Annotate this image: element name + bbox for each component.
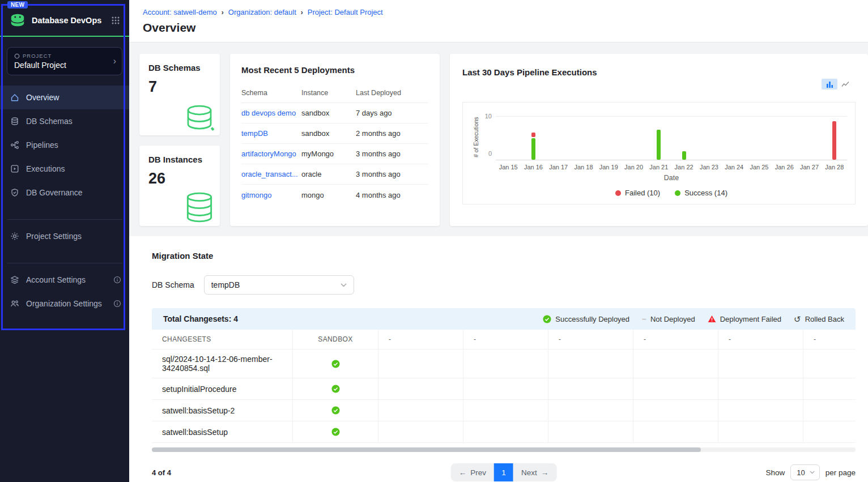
recent-deployments-card: Most Recent 5 Deployments Schema Instanc… (230, 54, 440, 226)
chart-x-tick-label: Jan 26 (772, 164, 797, 170)
sidebar-item-executions[interactable]: Executions (0, 157, 129, 181)
chart-y-axis-title: # of Executions (471, 116, 480, 160)
chart-x-tick-label: Jan 24 (722, 164, 747, 170)
empty-status-cell (378, 378, 463, 400)
card-title: Last 30 Days Pipeline Executions (462, 67, 856, 77)
total-changesets: Total Changesets: 4 (163, 314, 238, 323)
prev-page-button[interactable]: ← Prev (451, 463, 494, 481)
page-number-button[interactable]: 1 (494, 463, 513, 481)
deployment-schema-link[interactable]: oracle_transact... (241, 170, 301, 178)
success-bar-segment (531, 138, 535, 160)
card-title: DB Instances (148, 155, 211, 164)
deployment-row: db devops demosandbox7 days ago (241, 103, 428, 123)
apps-grid-icon[interactable] (111, 16, 120, 25)
chart-bar-slot (546, 117, 571, 160)
project-selector[interactable]: PROJECT Default Project › (7, 47, 122, 75)
sidebar-item-overview[interactable]: Overview (0, 86, 129, 109)
empty-status-cell (718, 349, 803, 378)
chevron-right-icon: › (113, 56, 116, 66)
chart-bar-slot (722, 117, 747, 160)
chart-bar-slot (621, 117, 646, 160)
project-icon (14, 53, 20, 59)
empty-status-cell (718, 400, 803, 421)
deployments-rows: db devops demosandbox7 days agotempDBsan… (241, 103, 428, 205)
column-header: Schema (241, 89, 301, 97)
migration-table: ChangesetsSandbox------ sql/2024-10-14-1… (152, 330, 856, 443)
database-stack-icon (181, 190, 218, 225)
sidebar-item-pipelines[interactable]: Pipelines (0, 133, 129, 157)
status-legend-label: Successfully Deployed (555, 315, 629, 323)
bar-chart-toggle-icon[interactable] (822, 79, 837, 89)
breadcrumb-account-link[interactable]: Account: satwell-demo (143, 8, 217, 16)
sidebar-item-label: Overview (26, 93, 59, 102)
deployments-table: Schema Instance Last Deployed db devops … (241, 83, 428, 205)
line-chart-toggle-icon[interactable] (837, 79, 853, 89)
chevron-down-icon (341, 283, 347, 287)
empty-status-cell (718, 378, 803, 400)
chevron-down-icon (810, 471, 815, 474)
db-schema-select[interactable]: tempDB (204, 275, 354, 295)
next-page-button[interactable]: Next → (513, 463, 556, 481)
status-legend-item: Deployment Failed (708, 315, 781, 323)
deployment-schema-link[interactable]: db devops demo (241, 109, 301, 117)
chart-legend-item: Success (14) (675, 189, 727, 197)
chart-bar-stack (832, 117, 836, 160)
breadcrumb-organization-link[interactable]: Organization: default (228, 8, 296, 16)
db-instances-count: 26 (148, 170, 211, 187)
page-header: Account: satwell-demo › Organization: de… (129, 0, 868, 42)
empty-status-cell (803, 400, 856, 421)
chart-x-tick-label: Jan 28 (822, 164, 847, 170)
sidebar-item-project-settings[interactable]: Project Settings (0, 224, 129, 248)
chart-bar-slot (671, 117, 696, 160)
pipelines-icon (10, 140, 19, 150)
empty-status-cell (548, 378, 633, 400)
changeset-name: satwell:basisSetup-2 (152, 400, 293, 421)
info-icon[interactable] (113, 300, 121, 308)
chart-legend-label: Failed (10) (625, 189, 660, 197)
migration-column-header: Changesets (152, 330, 293, 349)
sidebar-item-organization-settings[interactable]: Organization Settings (0, 292, 129, 315)
sidebar-item-label: Pipelines (26, 140, 58, 150)
db-schemas-icon (10, 117, 19, 126)
chart-bar-stack (632, 117, 636, 160)
people-icon (10, 299, 19, 308)
breadcrumb-project-link[interactable]: Project: Default Project (308, 8, 383, 16)
per-page-select[interactable]: 10 (790, 464, 819, 480)
failed-bar-segment (531, 133, 535, 137)
horizontal-scrollbar-track[interactable] (152, 447, 856, 452)
card-title: Most Recent 5 Deployments (241, 65, 428, 75)
db-instances-card[interactable]: DB Instances 26 (139, 146, 220, 226)
empty-status-cell (548, 349, 633, 378)
app-logo-database-icon (9, 12, 26, 28)
db-schemas-card[interactable]: DB Schemas 7 (139, 54, 220, 135)
column-header: Instance (301, 89, 356, 97)
sidebar-item-label: Executions (26, 164, 65, 173)
success-check-icon (543, 315, 551, 323)
overview-icon (10, 93, 19, 102)
info-icon[interactable] (113, 276, 121, 284)
deployment-last-deployed: 2 months ago (356, 129, 428, 138)
new-badge: NEW (7, 1, 28, 8)
deployment-schema-link[interactable]: tempDB (241, 129, 301, 138)
sidebar-item-account-settings[interactable]: Account Settings (0, 268, 129, 292)
layers-icon (10, 275, 19, 284)
empty-status-cell (633, 421, 718, 443)
empty-status-cell (378, 421, 463, 443)
success-bar-segment (657, 130, 661, 160)
horizontal-scrollbar-thumb[interactable] (152, 447, 701, 452)
main-content: Account: satwell-demo › Organization: de… (129, 0, 868, 482)
legend-dot-icon (615, 190, 621, 196)
chart-bar-stack (707, 117, 711, 160)
migration-table-wrapper: ChangesetsSandbox------ sql/2024-10-14-1… (152, 330, 856, 443)
deployment-schema-link[interactable]: gitmongo (241, 191, 301, 199)
deployment-schema-link[interactable]: artifactoryMongo (241, 150, 301, 158)
deployment-instance: mongo (301, 191, 356, 199)
app-title: Database DevOps (32, 16, 105, 25)
warning-triangle-icon (708, 315, 716, 323)
status-legend-label: Rolled Back (805, 315, 844, 323)
empty-status-cell (633, 378, 718, 400)
sidebar-item-label: Account Settings (26, 275, 86, 284)
sidebar-item-db-governance[interactable]: DB Governance (0, 181, 129, 204)
changeset-name: satwell:basisSetup (152, 421, 293, 443)
sidebar-item-db-schemas[interactable]: DB Schemas (0, 109, 129, 133)
